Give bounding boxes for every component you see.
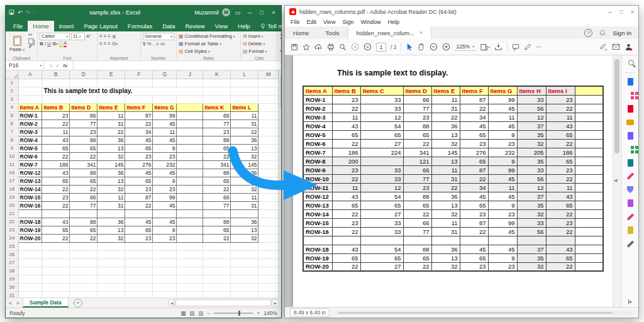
excel-row-header-9[interactable]: 9 <box>6 144 18 152</box>
excel-data-cell[interactable] <box>177 209 203 218</box>
bold-icon[interactable]: B <box>40 42 43 47</box>
excel-data-cell[interactable]: 45 <box>125 169 153 177</box>
menu-file[interactable]: File <box>291 19 300 25</box>
excel-cell[interactable] <box>231 250 258 258</box>
excel-row-label-cell[interactable] <box>18 209 42 218</box>
excel-cell[interactable] <box>125 250 153 258</box>
excel-row-label-cell[interactable]: ROW-16 <box>18 201 42 209</box>
excel-cell[interactable] <box>231 87 258 95</box>
excel-cell[interactable] <box>153 79 177 87</box>
excel-data-cell[interactable]: 36 <box>97 218 125 226</box>
excel-cell[interactable] <box>258 169 279 177</box>
excel-cell[interactable] <box>258 177 279 185</box>
excel-data-cell[interactable]: 65 <box>125 226 153 234</box>
excel-cell[interactable] <box>18 291 42 297</box>
excel-cell[interactable] <box>258 234 279 242</box>
excel-row-label-cell[interactable]: ROW-20 <box>18 234 42 242</box>
compress-pdf-icon[interactable] <box>625 158 635 167</box>
excel-cell[interactable] <box>42 258 70 267</box>
excel-data-cell[interactable]: 22 <box>231 128 258 136</box>
zoom-slider[interactable] <box>214 313 253 314</box>
measure-icon[interactable] <box>625 239 635 248</box>
excel-cell[interactable] <box>97 95 125 103</box>
accounting-format-icon[interactable]: $ <box>143 42 145 47</box>
fill-sign-tool-icon[interactable] <box>524 43 531 51</box>
excel-row-header-1[interactable]: 1 <box>6 79 18 87</box>
autosum-icon[interactable]: ∑ <box>280 34 281 39</box>
align-right-icon[interactable]: ≡ <box>108 42 111 47</box>
excel-data-cell[interactable]: 23 <box>42 111 70 119</box>
save-icon[interactable] <box>9 9 14 15</box>
pdf-hscroll-thumb[interactable] <box>338 312 612 314</box>
excel-table-header-cell[interactable]: Items B <box>42 103 70 111</box>
excel-data-cell[interactable] <box>177 185 203 193</box>
excel-cell[interactable] <box>97 258 125 267</box>
excel-cell[interactable] <box>18 258 42 267</box>
excel-row-label-cell[interactable]: ROW-5 <box>18 144 42 152</box>
excel-cell[interactable] <box>203 291 231 297</box>
excel-close-button[interactable]: × <box>269 9 278 16</box>
excel-cell[interactable] <box>125 79 153 87</box>
excel-row-header-28[interactable]: 28 <box>6 267 18 275</box>
excel-tab-formulas[interactable]: Formulas <box>123 21 158 31</box>
excel-data-cell[interactable]: 65 <box>70 226 97 234</box>
excel-row-header-27[interactable]: 27 <box>6 258 18 267</box>
excel-row-header-22[interactable]: 22 <box>6 218 18 226</box>
hand-tool-icon[interactable] <box>418 43 425 51</box>
excel-vertical-scrollbar[interactable]: ▲ <box>279 70 281 297</box>
share-cloud-icon[interactable] <box>314 43 323 51</box>
excel-cell[interactable] <box>258 136 279 144</box>
excel-cell[interactable] <box>258 79 279 87</box>
excel-cell[interactable] <box>153 250 177 258</box>
excel-maximize-button[interactable]: □ <box>257 9 266 16</box>
excel-cell[interactable] <box>42 95 70 103</box>
align-left-icon[interactable]: ≡ <box>99 42 103 47</box>
scroll-up-icon[interactable]: ▲ <box>280 70 281 74</box>
excel-cell[interactable] <box>258 111 279 119</box>
redact-icon[interactable] <box>625 172 635 181</box>
excel-data-cell[interactable]: 9 <box>153 226 177 234</box>
excel-data-cell[interactable]: 22 <box>70 234 97 242</box>
excel-table-header-cell[interactable]: Items D <box>70 103 97 111</box>
excel-cell[interactable] <box>231 267 258 275</box>
excel-table-header-cell[interactable]: Items L <box>231 103 258 111</box>
excel-cell[interactable] <box>258 185 279 193</box>
excel-col-header-K[interactable]: K <box>203 70 231 79</box>
excel-data-cell[interactable]: 341 <box>70 160 97 169</box>
format-cells-button[interactable]: ▤ Format▾ <box>243 48 267 55</box>
excel-data-cell[interactable]: 36 <box>231 218 258 226</box>
pdf-horizontal-scrollbar[interactable] <box>335 311 633 314</box>
excel-data-cell[interactable] <box>177 218 203 226</box>
excel-cell[interactable] <box>125 258 153 267</box>
excel-data-cell[interactable]: 22 <box>97 128 125 136</box>
excel-data-cell[interactable]: 77 <box>203 119 231 128</box>
excel-cell[interactable] <box>177 267 203 275</box>
cell-styles-button[interactable]: ▦ Cell Styles▾ <box>179 48 235 55</box>
excel-data-cell[interactable]: 11 <box>231 111 258 119</box>
font-name-select[interactable]: Calibri▾ <box>40 33 70 40</box>
excel-cell[interactable] <box>203 242 231 250</box>
excel-cell[interactable] <box>203 250 231 258</box>
excel-row-header-17[interactable]: 17 <box>6 177 18 185</box>
align-middle-icon[interactable]: ≡ <box>104 34 107 39</box>
print-icon[interactable] <box>327 43 335 51</box>
excel-col-header-D[interactable]: D <box>70 70 97 79</box>
excel-cell[interactable] <box>258 103 279 111</box>
excel-data-cell[interactable] <box>203 209 231 218</box>
excel-data-cell[interactable]: 65 <box>125 144 153 152</box>
excel-data-cell[interactable]: 36 <box>231 136 258 144</box>
format-painter-icon[interactable]: ✐ <box>28 45 33 50</box>
excel-data-cell[interactable]: 22 <box>42 234 70 242</box>
excel-cell[interactable] <box>258 275 279 283</box>
excel-cell[interactable] <box>97 275 125 283</box>
excel-table-header-cell[interactable] <box>177 103 203 111</box>
excel-sheet-caption[interactable]: This is sample text to display. <box>42 87 177 95</box>
excel-data-cell[interactable]: 13 <box>97 144 125 152</box>
excel-data-cell[interactable]: 65 <box>203 144 231 152</box>
excel-data-cell[interactable]: 145 <box>97 160 125 169</box>
excel-cell[interactable] <box>258 144 279 152</box>
excel-row-header-19[interactable]: 19 <box>6 193 18 201</box>
excel-row-label-cell[interactable]: ROW-4 <box>18 136 42 144</box>
excel-data-cell[interactable]: 88 <box>70 136 97 144</box>
excel-col-header-B[interactable]: B <box>42 70 70 79</box>
